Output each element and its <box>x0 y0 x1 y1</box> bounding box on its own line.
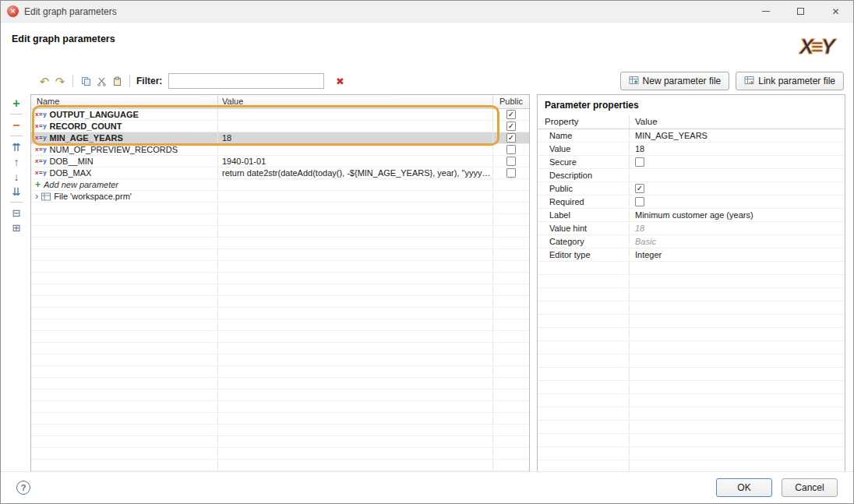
property-row[interactable]: Description <box>538 169 845 182</box>
add-parameter-icon[interactable]: + <box>9 96 24 111</box>
move-top-icon[interactable]: ⇈ <box>9 139 24 154</box>
empty-row <box>31 214 529 226</box>
side-toolbar: + − ⇈ ↑ ↓ ⇊ ⊟ ⊞ <box>6 96 26 235</box>
column-header-prop-value[interactable]: Value <box>630 115 845 129</box>
page-title: Edit graph parameters <box>12 33 115 44</box>
collapse-all-icon[interactable]: ⊟ <box>9 206 24 220</box>
parameter-row[interactable]: x=yMIN_AGE_YEARS18✓ <box>31 132 529 144</box>
parameter-value <box>218 109 493 120</box>
property-name: Editor type <box>538 248 630 261</box>
ok-button[interactable]: OK <box>716 478 772 497</box>
empty-row <box>31 425 529 436</box>
copy-icon[interactable] <box>78 73 94 89</box>
close-button[interactable]: ✕ <box>818 1 853 23</box>
property-row[interactable]: Value18 <box>538 143 845 156</box>
remove-parameter-icon[interactable]: − <box>9 118 24 132</box>
property-row[interactable]: Public✓ <box>538 182 845 196</box>
edit-graph-parameters-dialog: ✕ Edit graph parameters ✕ Edit graph par… <box>0 0 854 504</box>
parameter-icon: x=y <box>35 170 47 176</box>
empty-row <box>31 378 529 389</box>
move-down-icon[interactable]: ↓ <box>9 169 24 184</box>
svg-text:X≡Y: X≡Y <box>799 35 838 58</box>
close-icon: ✕ <box>831 7 839 16</box>
clear-filter-icon[interactable]: ✖ <box>332 73 348 89</box>
property-value <box>630 169 845 182</box>
column-header-property[interactable]: Property <box>538 115 630 129</box>
empty-row <box>538 315 845 328</box>
titlebar[interactable]: ✕ Edit graph parameters ✕ <box>1 1 853 23</box>
separator <box>129 75 130 87</box>
properties-table-body: NameMIN_AGE_YEARSValue18SecureDescriptio… <box>538 129 845 472</box>
secure-checkbox[interactable] <box>635 157 644 167</box>
empty-row <box>31 261 529 273</box>
expand-all-icon[interactable]: ⊞ <box>9 220 24 235</box>
add-icon: + <box>35 179 41 190</box>
empty-row <box>31 319 529 331</box>
expand-chevron-icon[interactable]: › <box>35 191 38 202</box>
parameter-row[interactable]: x=yDOB_MAXreturn date2str(dateAdd(today(… <box>31 167 529 179</box>
column-header-value[interactable]: Value <box>218 95 493 108</box>
required-checkbox[interactable] <box>635 197 644 206</box>
public-checkbox[interactable]: ✓ <box>635 184 644 193</box>
empty-row <box>538 328 845 341</box>
property-value: 18 <box>630 222 845 234</box>
property-row[interactable]: Editor typeInteger <box>538 248 845 262</box>
parameter-name: NUM_OF_PREVIEW_RECORDS <box>50 144 178 155</box>
maximize-button[interactable] <box>783 1 818 23</box>
separator <box>10 202 23 203</box>
parameter-icon: x=y <box>35 135 47 141</box>
public-checkbox[interactable]: ✓ <box>506 110 516 119</box>
dialog-footer: ? OK Cancel <box>1 471 853 503</box>
parameter-row[interactable]: x=yOUTPUT_LANGUAGE✓ <box>31 109 529 121</box>
parameters-table-header: Name Value Public <box>31 95 529 109</box>
add-new-parameter-label: Add new parameter <box>44 179 118 190</box>
parameter-file-row[interactable]: › File 'workspace.prm' <box>31 191 529 203</box>
parameter-row[interactable]: x=yDOB__MIN1940-01-01 <box>31 156 529 167</box>
property-row[interactable]: Value hint18 <box>538 222 845 235</box>
empty-row <box>538 381 845 394</box>
link-parameter-file-button[interactable]: Link parameter file <box>736 72 844 90</box>
move-bottom-icon[interactable]: ⇊ <box>9 184 24 199</box>
parameter-value <box>218 121 493 132</box>
help-icon[interactable]: ? <box>16 481 30 495</box>
maximize-icon <box>797 8 804 15</box>
property-row[interactable]: CategoryBasic <box>538 235 845 248</box>
separator <box>10 114 23 115</box>
public-checkbox[interactable]: ✓ <box>506 122 516 131</box>
public-checkbox[interactable] <box>506 168 516 178</box>
property-row[interactable]: LabelMinimum customer age (years) <box>538 209 845 222</box>
dialog-icon: ✕ <box>7 5 19 17</box>
minimize-button[interactable] <box>748 1 783 23</box>
new-parameter-file-button[interactable]: New parameter file <box>620 72 730 90</box>
public-checkbox[interactable] <box>506 157 516 166</box>
public-checkbox[interactable] <box>506 145 516 154</box>
undo-icon[interactable]: ↶ <box>37 73 52 89</box>
column-header-public[interactable]: Public <box>493 95 529 108</box>
public-checkbox[interactable]: ✓ <box>506 133 516 143</box>
parameter-row[interactable]: x=yNUM_OF_PREVIEW_RECORDS <box>31 144 529 156</box>
redo-icon[interactable]: ↷ <box>52 73 68 89</box>
property-name: Name <box>538 129 630 142</box>
parameter-icon: x=y <box>35 123 47 129</box>
property-row[interactable]: Required <box>538 196 845 209</box>
filter-input[interactable] <box>168 73 324 89</box>
cut-icon[interactable] <box>94 73 109 89</box>
empty-row <box>538 421 845 434</box>
cancel-button[interactable]: Cancel <box>782 478 838 497</box>
empty-row <box>31 273 529 284</box>
add-new-parameter-row[interactable]: + Add new parameter <box>31 179 529 191</box>
parameter-row[interactable]: x=yRECORD_COUNT✓ <box>31 121 529 132</box>
property-row[interactable]: NameMIN_AGE_YEARS <box>538 129 845 143</box>
link-file-icon <box>744 76 754 87</box>
column-header-name[interactable]: Name <box>31 95 218 108</box>
empty-row <box>538 460 845 472</box>
parameter-icon: x=y <box>35 158 47 164</box>
properties-table-header: Property Value <box>538 115 845 129</box>
move-up-icon[interactable]: ↑ <box>9 154 24 169</box>
minimize-icon <box>762 11 770 12</box>
empty-row <box>31 401 529 413</box>
property-row[interactable]: Secure <box>538 156 845 169</box>
paste-icon[interactable] <box>109 73 125 89</box>
empty-row <box>538 447 845 460</box>
empty-row <box>31 448 529 460</box>
